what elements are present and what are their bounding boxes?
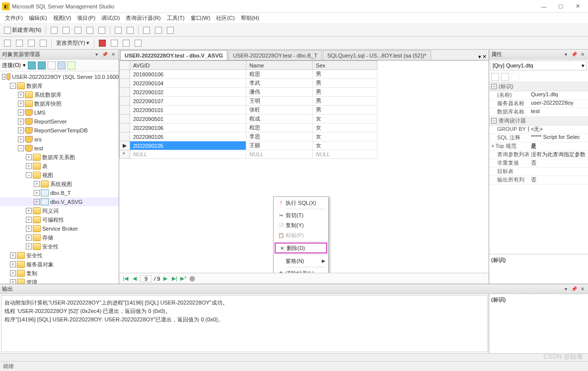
props-cat-icon[interactable] xyxy=(491,73,499,81)
new-query-button[interactable]: 新建查询(N) xyxy=(2,25,43,35)
output-pin-icon[interactable]: 📌 xyxy=(571,286,578,293)
object-tree[interactable]: −USER-20220228OY (SQL Server 10.0.1600 −… xyxy=(0,71,119,284)
menu-window[interactable]: 窗口(W) xyxy=(188,14,214,22)
tb-btn4[interactable] xyxy=(84,25,95,35)
tree-security[interactable]: 安全性 xyxy=(26,252,43,259)
tb-btn5[interactable] xyxy=(96,25,107,35)
props-close-icon[interactable]: ✕ xyxy=(579,51,586,58)
output-dropdown-icon[interactable]: ▾ xyxy=(562,286,569,293)
nav-stop-icon[interactable]: ⬤ xyxy=(189,275,196,282)
tb-btn9[interactable] xyxy=(153,25,164,35)
tab-bt[interactable]: USER-20220228OY.test - dbo.B_T xyxy=(228,50,322,60)
tb-btn10[interactable] xyxy=(165,25,176,35)
props-pin-icon[interactable]: 📌 xyxy=(571,51,578,58)
cm-copy[interactable]: 📄复制(Y) xyxy=(275,220,327,230)
panel-dropdown-icon[interactable]: ▾ xyxy=(93,51,100,58)
close-button[interactable]: ✕ xyxy=(569,1,586,11)
tree-replication[interactable]: 复制 xyxy=(26,270,37,277)
panel-close-icon[interactable]: ✕ xyxy=(110,51,117,58)
tree-view-bt[interactable]: dbo.B_T xyxy=(50,190,71,196)
tree-srs[interactable]: srs xyxy=(34,136,42,142)
tb-btn8[interactable] xyxy=(141,25,152,35)
menu-project[interactable]: 项目(P) xyxy=(74,14,98,22)
maximize-button[interactable]: ▢ xyxy=(552,1,569,11)
menu-file[interactable]: 文件(F) xyxy=(2,14,26,22)
tree-test[interactable]: test xyxy=(34,145,43,151)
tree-snapshot[interactable]: 数据库快照 xyxy=(34,100,62,108)
tree-diagrams[interactable]: 数据库关系图 xyxy=(42,154,75,161)
menu-edit[interactable]: 编辑(E) xyxy=(26,14,50,22)
conn-ic1[interactable] xyxy=(28,62,36,69)
output-text[interactable]: 自动附加到计算机"USER-20220228OY"上的进程"[14196] [S… xyxy=(1,295,488,352)
properties-grid[interactable]: −(标识) (名称)Query1.dtq 服务器名称user-20220228o… xyxy=(489,82,588,254)
minimize-button[interactable]: — xyxy=(535,1,552,11)
tree-reportservertemp[interactable]: ReportServerTempDB xyxy=(34,127,88,133)
filter-icon[interactable] xyxy=(58,62,66,69)
tree-reportserver[interactable]: ReportServer xyxy=(34,119,67,124)
tree-databases[interactable]: 数据库 xyxy=(26,82,43,90)
props-dropdown-icon[interactable]: ▾ xyxy=(562,51,569,58)
conn-ic2[interactable] xyxy=(38,62,46,69)
menu-debug[interactable]: 调试(D) xyxy=(98,14,123,22)
tb2-btn1[interactable] xyxy=(2,38,13,48)
change-type-button[interactable]: 更改类型(Y) ▾ xyxy=(54,38,91,48)
nav-new-icon[interactable]: ▶* xyxy=(180,275,187,282)
tree-storage[interactable]: 存储 xyxy=(42,234,53,242)
menu-query-designer[interactable]: 查询设计器(R) xyxy=(123,14,163,22)
nav-next-icon[interactable]: ▶ xyxy=(162,275,169,282)
horizontal-scrollbar[interactable] xyxy=(0,353,588,361)
tree-lms[interactable]: LMS xyxy=(34,110,46,116)
tree-serverobjs[interactable]: 服务器对象 xyxy=(26,261,54,268)
tab-sqlquery[interactable]: SQLQuery1.sql - US...8OY.test (sa (52))* xyxy=(323,50,431,60)
props-page-icon[interactable] xyxy=(511,73,519,81)
tree-tables[interactable]: 表 xyxy=(42,163,48,170)
tree-synonyms[interactable]: 同义词 xyxy=(42,207,59,215)
tb-btn7[interactable] xyxy=(125,25,136,35)
tree-management[interactable]: 管理 xyxy=(26,279,37,284)
tree-sysviews[interactable]: 系统视图 xyxy=(50,181,72,188)
nav-last-icon[interactable]: ▶| xyxy=(171,275,178,282)
menu-tools[interactable]: 工具(T) xyxy=(164,14,188,22)
menu-view[interactable]: 视图(V) xyxy=(50,14,74,22)
props-az-icon[interactable] xyxy=(501,73,509,81)
connect-button[interactable]: 连接(O) xyxy=(2,62,21,69)
tb-btn3[interactable] xyxy=(73,25,83,35)
col-avgid[interactable]: AVGID xyxy=(130,61,246,70)
output-close-icon[interactable]: ✕ xyxy=(579,286,586,293)
cm-pane[interactable]: 窗格(N)▶ xyxy=(275,256,327,266)
tb2-btn2[interactable] xyxy=(14,38,25,48)
nav-prev-icon[interactable]: ◀ xyxy=(131,275,138,282)
menu-help[interactable]: 帮助(H) xyxy=(238,14,262,22)
cm-delete[interactable]: ✕删除(D) xyxy=(275,243,327,253)
tree-sysdb[interactable]: 系统数据库 xyxy=(34,91,62,99)
conn-ic3[interactable] xyxy=(48,62,56,69)
tb2-btn8[interactable] xyxy=(133,38,144,48)
tree-servicebroker[interactable]: Service Broker xyxy=(42,226,78,232)
col-sex[interactable]: Sex xyxy=(313,61,377,70)
tb2-btn3[interactable] xyxy=(26,38,37,48)
result-grid[interactable]: AVGIDNameSex 2018090106程思男 2022090104李武男… xyxy=(119,61,489,273)
properties-selector[interactable]: [Qry] Query1.dtq▾ xyxy=(490,61,587,70)
tb2-btn6[interactable] xyxy=(109,38,120,48)
refresh-icon[interactable] xyxy=(68,62,75,69)
tree-programmability[interactable]: 可编程性 xyxy=(42,216,64,224)
tb2-exec-icon[interactable] xyxy=(97,38,108,48)
tree-server[interactable]: USER-20220228OY (SQL Server 10.0.1600 xyxy=(12,74,119,80)
nav-first-icon[interactable]: |◀ xyxy=(122,275,129,282)
tree-security-db[interactable]: 安全性 xyxy=(42,243,59,250)
tree-views[interactable]: 视图 xyxy=(42,172,53,179)
tb2-btn7[interactable] xyxy=(121,38,132,48)
tab-close-icon[interactable]: ✕ xyxy=(482,54,487,60)
tb-btn2[interactable] xyxy=(61,25,72,35)
cm-clear-results[interactable]: 🗑清除结果(L) xyxy=(275,268,327,273)
tab-dropdown-icon[interactable]: ▾ xyxy=(478,54,481,60)
nav-current[interactable]: 9 xyxy=(140,275,152,282)
panel-pin-icon[interactable]: 📌 xyxy=(101,51,108,58)
col-name[interactable]: Name xyxy=(246,61,313,70)
tab-asvg[interactable]: USER-20220228OY.test - dbo.V_ASVG xyxy=(120,50,227,60)
cm-cut[interactable]: ✂剪切(T) xyxy=(275,210,327,220)
menu-community[interactable]: 社区(C) xyxy=(213,14,237,22)
tb2-btn4[interactable] xyxy=(38,38,49,48)
cm-execute-sql[interactable]: !执行 SQL(X) xyxy=(275,198,327,208)
tb-btn6[interactable] xyxy=(113,25,124,35)
